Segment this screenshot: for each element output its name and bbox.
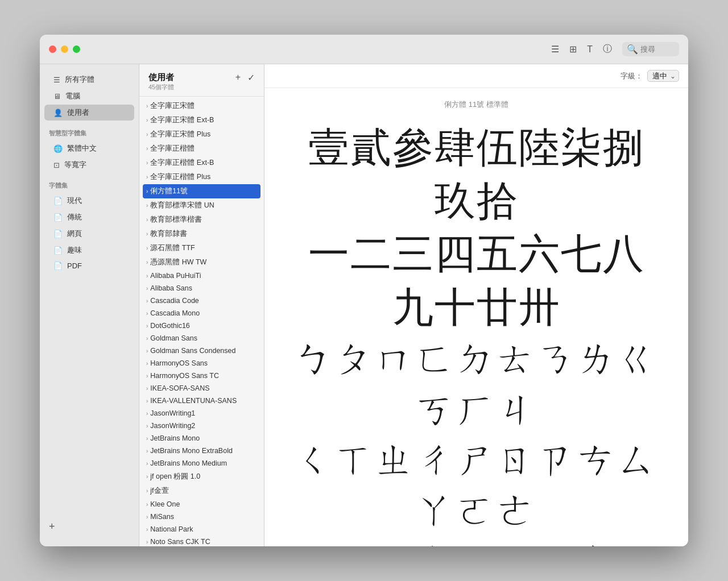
add-collection-button[interactable]: + — [44, 518, 60, 535]
preview-text-block: 壹貳參肆伍陸柒捌玖拾 一二三四五六七八九十廿卅 ㄅㄆㄇㄈㄉㄊㄋㄌㄍㄎㄏㄐ ㄑㄒㄓ… — [287, 121, 665, 546]
font-list-item[interactable]: ›俐方體11號 — [143, 184, 260, 198]
font-list-item[interactable]: ›全字庫正楷體 Ext-B — [139, 156, 264, 170]
maximize-button[interactable] — [73, 45, 80, 53]
size-control: 字級： 適中 小 大 — [621, 70, 679, 82]
font-list-item[interactable]: ›Cascadia Code — [139, 294, 264, 307]
font-list-item[interactable]: ›JetBrains Mono ExtraBold — [139, 445, 264, 457]
traditional-chinese-icon: 🌐 — [53, 144, 63, 153]
add-font-button[interactable]: + — [235, 72, 241, 83]
sidebar-label-traditional-chinese: 繁體中文 — [67, 143, 97, 153]
sidebar-item-pdf[interactable]: 📄 PDF — [44, 259, 134, 273]
panel-header: 使用者 45個字體 + ✓ — [139, 64, 264, 97]
preview-line-2: 一二三四五六七八九十廿卅 — [287, 227, 665, 334]
font-list-item[interactable]: ›Klee One — [139, 498, 264, 511]
sidebar-item-web[interactable]: 📄 網頁 — [44, 226, 134, 242]
preview-line-1: 壹貳參肆伍陸柒捌玖拾 — [287, 121, 665, 227]
preview-content: 俐方體 11號 標準體 壹貳參肆伍陸柒捌玖拾 一二三四五六七八九十廿卅 ㄅㄆㄇㄈ… — [264, 88, 688, 546]
sidebar-item-traditional[interactable]: 📄 傳統 — [44, 209, 134, 225]
search-icon: 🔍 — [627, 44, 638, 55]
search-input[interactable] — [640, 45, 675, 53]
collection-title: 字體集 — [40, 177, 139, 192]
size-select[interactable]: 適中 小 大 — [647, 70, 679, 82]
chevron-icon: › — [146, 245, 148, 251]
font-list-item[interactable]: ›MiSans — [139, 511, 264, 523]
chevron-icon: › — [146, 514, 148, 520]
chevron-icon: › — [146, 474, 148, 480]
size-label: 字級： — [621, 71, 643, 81]
font-list-item[interactable]: ›全字庫正楷體 Plus — [139, 170, 264, 184]
font-list-item[interactable]: ›Alibaba PuHuiTi — [139, 269, 264, 282]
check-font-button[interactable]: ✓ — [247, 72, 255, 83]
chevron-icon: › — [146, 501, 148, 508]
sidebar-item-fixed-width[interactable]: ⊡ 等寬字 — [44, 157, 134, 173]
chevron-icon: › — [146, 231, 148, 237]
font-list-item[interactable]: ›jf open 粉圓 1.0 — [139, 470, 264, 484]
font-name-label: 俐方體 11號 標準體 — [287, 99, 665, 110]
font-list-item[interactable]: ›JasonWriting2 — [139, 420, 264, 432]
modern-icon: 📄 — [53, 197, 63, 205]
chevron-icon: › — [146, 460, 148, 467]
size-icon[interactable]: T — [587, 44, 593, 55]
font-list-item[interactable]: ›教育部隸書 — [139, 227, 264, 241]
font-list-item[interactable]: ›National Park — [139, 523, 264, 536]
font-list-item[interactable]: ›全字庫正宋體 Plus — [139, 127, 264, 142]
font-list-item[interactable]: ›IKEA-SOFA-SANS — [139, 382, 264, 395]
fun-icon: 📄 — [53, 246, 63, 255]
font-list-item[interactable]: ›JetBrains Mono Medium — [139, 457, 264, 470]
web-icon: 📄 — [53, 230, 63, 238]
all-fonts-icon: ☰ — [53, 76, 60, 84]
sidebar-item-all-fonts[interactable]: ☰ 所有字體 — [44, 72, 134, 88]
size-select-wrapper[interactable]: 適中 小 大 — [647, 70, 679, 82]
font-list-item[interactable]: ›教育部標準楷書 — [139, 213, 264, 227]
grid-view-icon[interactable]: ⊞ — [569, 44, 577, 55]
user-icon: 👤 — [53, 109, 63, 117]
font-list-item[interactable]: ›教育部標準宋體 UN — [139, 198, 264, 213]
font-list-item[interactable]: ›JetBrains Mono — [139, 432, 264, 445]
font-list-item[interactable]: ›Cascadia Mono — [139, 307, 264, 319]
sidebar-item-user[interactable]: 👤 使用者 — [44, 105, 134, 121]
traditional-icon: 📄 — [53, 213, 63, 222]
font-list-item[interactable]: ›Goldman Sans Condensed — [139, 345, 264, 357]
sidebar: ☰ 所有字體 🖥 電腦 👤 使用者 智慧型字體集 🌐 繁體中文 — [40, 64, 139, 546]
info-icon[interactable]: ⓘ — [603, 43, 612, 55]
sidebar-item-computer[interactable]: 🖥 電腦 — [44, 88, 134, 104]
font-list-item[interactable]: ›全字庫正宋體 Ext-B — [139, 113, 264, 127]
chevron-icon: › — [146, 435, 148, 442]
sidebar-item-modern[interactable]: 📄 現代 — [44, 193, 134, 209]
font-list-item[interactable]: ›Goldman Sans — [139, 332, 264, 345]
sidebar-label-fixed-width: 等寬字 — [64, 160, 86, 170]
computer-icon: 🖥 — [53, 92, 61, 101]
toolbar: ☰ ⊞ T ⓘ 🔍 — [551, 42, 679, 56]
sidebar-bottom: + — [40, 514, 139, 540]
font-list-item[interactable]: ›DotGothic16 — [139, 319, 264, 332]
font-list: ›全字庫正宋體›全字庫正宋體 Ext-B›全字庫正宋體 Plus›全字庫正楷體›… — [139, 97, 264, 546]
font-list-item[interactable]: ›Noto Sans CJK TC — [139, 536, 264, 546]
font-list-item[interactable]: ›HarmonyOS Sans — [139, 357, 264, 370]
font-list-item[interactable]: ›JasonWriting1 — [139, 407, 264, 420]
traffic-lights — [49, 45, 80, 53]
sidebar-item-traditional-chinese[interactable]: 🌐 繁體中文 — [44, 140, 134, 156]
font-list-item[interactable]: ›源石黑體 TTF — [139, 241, 264, 255]
chevron-icon: › — [146, 117, 148, 123]
font-list-item[interactable]: ›HarmonyOS Sans TC — [139, 370, 264, 382]
font-list-panel: 使用者 45個字體 + ✓ ›全字庫正宋體›全字庫正宋體 Ext-B›全字庫正宋… — [139, 64, 264, 546]
font-list-item[interactable]: ›全字庫正楷體 — [139, 142, 264, 156]
chevron-icon: › — [146, 285, 148, 292]
font-list-item[interactable]: ›全字庫正宋體 — [139, 99, 264, 113]
font-list-item[interactable]: ›憑源黑體 HW TW — [139, 255, 264, 269]
list-view-icon[interactable]: ☰ — [551, 44, 559, 55]
chevron-icon: › — [146, 526, 148, 533]
chevron-icon: › — [146, 146, 148, 152]
search-box[interactable]: 🔍 — [622, 42, 679, 56]
panel-subtitle: 45個字體 — [148, 83, 174, 92]
minimize-button[interactable] — [61, 45, 68, 53]
chevron-icon: › — [146, 273, 148, 279]
font-list-item[interactable]: ›Alibaba Sans — [139, 282, 264, 294]
sidebar-label-pdf: PDF — [67, 262, 82, 270]
sidebar-section-smart: 智慧型字體集 🌐 繁體中文 ⊡ 等寬字 — [40, 125, 139, 173]
sidebar-item-fun[interactable]: 📄 趣味 — [44, 242, 134, 258]
font-list-item[interactable]: ›IKEA-VALLENTUNA-SANS — [139, 395, 264, 407]
close-button[interactable] — [49, 45, 56, 53]
font-list-item[interactable]: ›jf金萱 — [139, 484, 264, 498]
preview-panel: 字級： 適中 小 大 俐方體 11號 標準體 壹貳參肆伍陸柒捌玖拾 一二三四五六… — [264, 64, 688, 546]
